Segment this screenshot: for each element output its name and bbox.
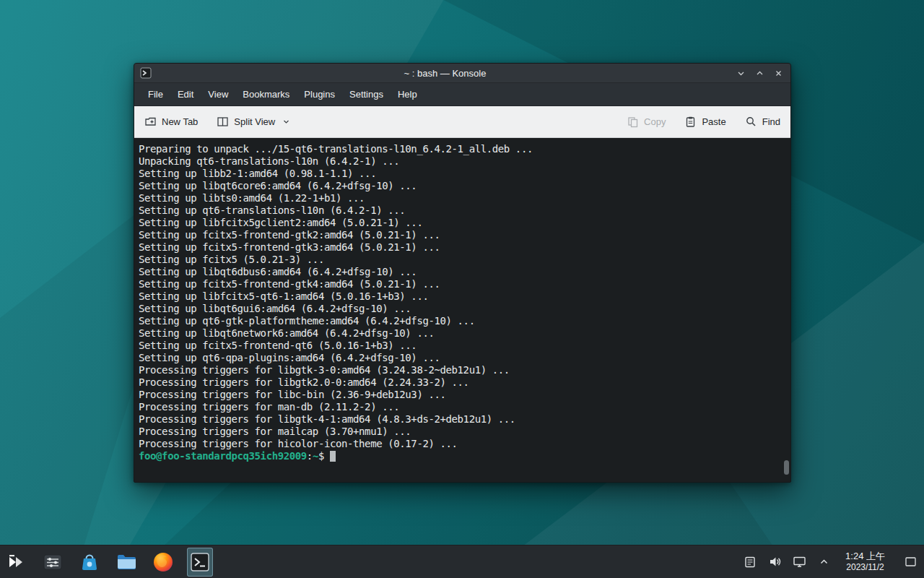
terminal-line: Preparing to unpack .../15-qt6-translati… <box>139 143 780 155</box>
menu-plugins[interactable]: Plugins <box>297 86 341 103</box>
clock-date: 2023/11/2 <box>845 562 885 573</box>
split-view-icon <box>217 116 229 128</box>
prompt-dollar: $ <box>318 450 324 462</box>
terminal-line: Processing triggers for libgtk-4-1:amd64… <box>139 413 780 426</box>
split-view-button[interactable]: Split View <box>217 116 290 128</box>
clock-time: 1:24 上午 <box>845 551 885 562</box>
chevron-down-icon <box>282 118 290 126</box>
konsole-window: ~ : bash — Konsole File Edit View Bookma… <box>134 63 791 483</box>
firefox-icon[interactable] <box>150 548 176 577</box>
close-button[interactable] <box>772 66 785 79</box>
new-tab-button[interactable]: New Tab <box>144 116 198 128</box>
scrollbar-thumb[interactable] <box>784 460 789 475</box>
find-label: Find <box>762 116 780 127</box>
terminal-line: Setting up fcitx5-frontend-gtk3:amd64 (5… <box>139 241 780 254</box>
app-launcher-button[interactable] <box>3 548 29 577</box>
terminal-line: Processing triggers for hicolor-icon-the… <box>139 438 780 450</box>
menu-view[interactable]: View <box>201 86 235 103</box>
terminal-line: Setting up libfcitx5-qt6-1:amd64 (5.0.16… <box>139 290 780 303</box>
terminal-line: Setting up libqt6network6:amd64 (6.4.2+d… <box>139 327 780 340</box>
terminal-cursor <box>330 451 336 462</box>
paste-icon <box>684 116 697 128</box>
terminal-line: Processing triggers for libgtk2.0-0:amd6… <box>139 376 780 389</box>
menu-settings[interactable]: Settings <box>343 86 390 103</box>
notifications-icon[interactable] <box>743 555 757 569</box>
menu-bookmarks[interactable]: Bookmarks <box>236 86 296 103</box>
konsole-taskbar-button[interactable] <box>187 548 213 577</box>
window-title: ~ : bash — Konsole <box>156 68 734 79</box>
copy-button[interactable]: Copy <box>627 116 666 128</box>
terminal-line: Processing triggers for libc-bin (2.36-9… <box>139 389 780 401</box>
terminal-line: Processing triggers for mailcap (3.70+nm… <box>139 426 780 438</box>
file-manager-icon[interactable] <box>113 548 139 577</box>
system-tray: 1:24 上午 2023/11/2 <box>743 551 918 573</box>
terminal-line: Setting up libqt6dbus6:amd64 (6.4.2+dfsg… <box>139 266 780 278</box>
tray-expander-chevron-icon[interactable] <box>816 555 831 569</box>
terminal-scrollbar[interactable] <box>783 141 789 479</box>
new-tab-icon <box>144 116 157 128</box>
terminal-line: Setting up fcitx5-frontend-gtk2:amd64 (5… <box>139 229 780 241</box>
copy-icon <box>627 116 639 128</box>
terminal-line: Processing triggers for libgtk-3-0:amd64… <box>139 364 780 376</box>
terminal-line: Setting up qt6-translations-l10n (6.4.2-… <box>139 204 780 217</box>
titlebar[interactable]: ~ : bash — Konsole <box>134 64 790 83</box>
copy-label: Copy <box>644 116 666 127</box>
volume-icon[interactable] <box>767 555 782 569</box>
konsole-app-icon <box>140 67 152 79</box>
menu-help[interactable]: Help <box>391 86 424 103</box>
terminal-lines: Preparing to unpack .../15-qt6-translati… <box>139 143 780 450</box>
prompt-user-host: foo@foo-standardpcq35ich92009 <box>139 450 307 462</box>
find-button[interactable]: Find <box>745 116 780 128</box>
prompt-path: ~ <box>313 450 318 462</box>
settings-tweaks-icon[interactable] <box>40 548 66 577</box>
terminal-line: Setting up libfcitx5gclient2:amd64 (5.0.… <box>139 217 780 229</box>
terminal-prompt-line: foo@foo-standardpcq35ich92009:~$ <box>139 450 780 462</box>
display-icon[interactable] <box>792 555 806 569</box>
terminal-line: Setting up libts0:amd64 (1.22-1+b1) ... <box>139 192 780 204</box>
toolbar: New Tab Split View <box>134 106 790 138</box>
terminal-line: Setting up fcitx5 (5.0.21-3) ... <box>139 254 780 266</box>
show-desktop-button[interactable] <box>902 554 918 570</box>
desktop: ~ : bash — Konsole File Edit View Bookma… <box>0 0 924 578</box>
split-view-label: Split View <box>234 116 275 127</box>
paste-button[interactable]: Paste <box>684 116 725 128</box>
terminal-line: Setting up libqt6gui6:amd64 (6.4.2+dfsg-… <box>139 303 780 315</box>
terminal-line: Processing triggers for man-db (2.11.2-2… <box>139 401 780 413</box>
terminal-line: Setting up qt6-qpa-plugins:amd64 (6.4.2+… <box>139 352 780 364</box>
digital-clock[interactable]: 1:24 上午 2023/11/2 <box>841 551 889 573</box>
maximize-button[interactable] <box>753 66 766 79</box>
terminal-line: Unpacking qt6-translations-l10n (6.4.2-1… <box>139 155 780 168</box>
terminal-output[interactable]: Preparing to unpack .../15-qt6-translati… <box>134 138 790 482</box>
menu-file[interactable]: File <box>141 86 170 103</box>
menu-edit[interactable]: Edit <box>171 86 200 103</box>
terminal-line: Setting up fcitx5-frontend-gtk4:amd64 (5… <box>139 278 780 290</box>
search-icon <box>745 116 757 128</box>
new-tab-label: New Tab <box>162 116 198 127</box>
terminal-line: Setting up qt6-gtk-platformtheme:amd64 (… <box>139 315 780 327</box>
discover-icon[interactable] <box>77 548 103 577</box>
paste-label: Paste <box>702 116 725 127</box>
taskbar-panel: 1:24 上午 2023/11/2 <box>0 545 924 578</box>
terminal-line: Setting up fcitx5-frontend-qt6 (5.0.16-1… <box>139 340 780 352</box>
prompt-colon: : <box>307 450 313 462</box>
terminal-line: Setting up libb2-1:amd64 (0.98.1-1.1) ..… <box>139 168 780 180</box>
menubar: File Edit View Bookmarks Plugins Setting… <box>134 83 790 106</box>
minimize-button[interactable] <box>734 66 747 79</box>
terminal-line: Setting up libqt6core6:amd64 (6.4.2+dfsg… <box>139 180 780 192</box>
